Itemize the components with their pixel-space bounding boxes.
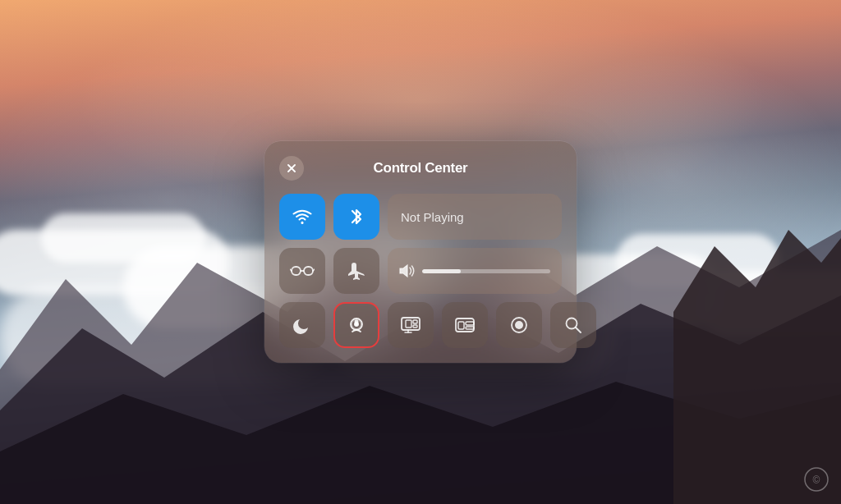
control-center-panel: Control Center Not Playing (264, 141, 577, 363)
screen-mirroring-button[interactable] (333, 302, 379, 348)
airplane-icon (347, 261, 366, 281)
moon-icon (293, 316, 311, 334)
wifi-button[interactable] (279, 194, 325, 240)
svg-marker-12 (400, 265, 407, 277)
svg-line-31 (576, 328, 581, 332)
do-not-disturb-button[interactable] (279, 302, 325, 348)
screen-recording-button[interactable] (496, 302, 542, 348)
volume-slider-widget[interactable] (388, 248, 562, 294)
window-icon (454, 316, 476, 334)
airplay-icon (346, 316, 367, 334)
display-button[interactable] (388, 302, 434, 348)
svg-rect-26 (466, 322, 474, 325)
row-2 (279, 248, 562, 294)
row-1: Not Playing (279, 194, 562, 240)
panel-title: Control Center (304, 160, 537, 176)
row-3 (279, 302, 562, 348)
now-playing-widget[interactable]: Not Playing (388, 194, 562, 240)
volume-track[interactable] (422, 269, 550, 273)
watermark: © (803, 466, 830, 493)
svg-rect-25 (458, 322, 464, 329)
speaker-svg (399, 263, 416, 278)
glasses-icon (290, 262, 315, 280)
close-button[interactable] (279, 156, 304, 181)
wifi-icon (292, 208, 313, 226)
svg-rect-19 (406, 320, 411, 328)
close-icon (287, 164, 296, 172)
volume-fill (422, 269, 461, 273)
window-snap-button[interactable] (442, 302, 488, 348)
bluetooth-icon (349, 206, 364, 227)
svg-point-29 (515, 321, 523, 329)
apple-vision-button[interactable] (279, 248, 325, 294)
svg-rect-20 (413, 320, 417, 323)
svg-rect-21 (413, 325, 417, 328)
svg-rect-8 (304, 267, 313, 275)
svg-rect-27 (466, 327, 474, 329)
watermark-icon: © (803, 466, 830, 493)
svg-point-17 (355, 320, 359, 324)
display-icon (400, 316, 421, 334)
svg-point-6 (301, 222, 304, 224)
airplane-mode-button[interactable] (333, 248, 379, 294)
svg-rect-7 (292, 267, 301, 275)
speaker-icon (399, 263, 416, 278)
bluetooth-button[interactable] (333, 194, 379, 240)
control-center-header: Control Center (279, 156, 562, 181)
now-playing-text: Not Playing (401, 210, 464, 224)
record-icon (510, 316, 528, 334)
spotlight-button[interactable] (550, 302, 596, 348)
svg-text:©: © (813, 474, 820, 486)
search-icon (564, 316, 582, 334)
